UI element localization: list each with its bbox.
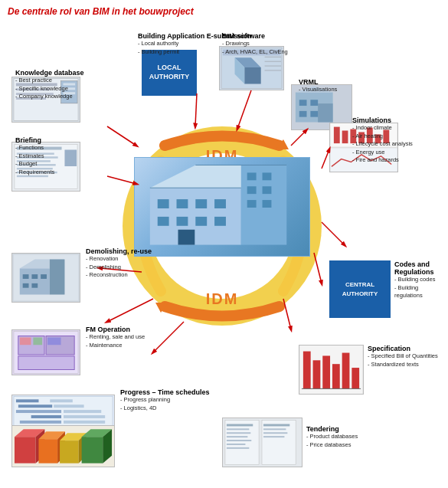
svg-rect-127 <box>263 428 286 430</box>
svg-rect-19 <box>263 186 272 194</box>
svg-rect-88 <box>33 337 42 345</box>
svg-rect-38 <box>299 100 307 106</box>
simulations-items: Indoor climate Air heating Lifecycle cos… <box>352 124 413 165</box>
svg-rect-132 <box>313 360 321 388</box>
svg-rect-123 <box>227 444 246 445</box>
svg-rect-136 <box>352 368 359 388</box>
svg-rect-95 <box>31 415 61 418</box>
svg-rect-99 <box>64 410 101 413</box>
ten-item-1: Product databases <box>306 433 358 441</box>
bim-software-items: Drawings Arch, HVAC, EL, CivEng <box>222 40 288 56</box>
know-item-1: Best practice <box>15 77 84 85</box>
svg-rect-133 <box>322 355 330 388</box>
svg-rect-18 <box>247 186 257 194</box>
dem-item-3: Reconstruction <box>86 271 152 280</box>
codes-item-1: Building codes <box>394 276 448 284</box>
vrml-items: Visualisations <box>299 86 337 94</box>
brief-item-2: Estimates <box>15 152 54 161</box>
svg-rect-71 <box>64 150 77 167</box>
briefing-node: Briefing Functions Estimates Budget Requ… <box>15 136 54 176</box>
local-authority-box: LOCALAUTHORITY <box>142 50 197 96</box>
specification-items: Specified Bill of Quantities Standardize… <box>368 352 438 368</box>
svg-rect-96 <box>20 421 61 424</box>
progress-title: Progress – Time schedules <box>120 388 209 396</box>
specification-node: Specification Specified Bill of Quantiti… <box>368 345 438 368</box>
tendering-image <box>222 418 302 467</box>
svg-rect-41 <box>310 111 318 117</box>
svg-rect-104 <box>15 437 36 463</box>
svg-rect-87 <box>20 337 31 345</box>
bim-software-node: BIM software Drawings Arch, HVAC, EL, Ci… <box>222 32 288 56</box>
svg-rect-81 <box>31 283 38 288</box>
simulations-title: Simulations <box>352 116 413 124</box>
svg-rect-11 <box>158 217 169 226</box>
svg-rect-76 <box>50 260 65 295</box>
svg-rect-4 <box>150 188 241 244</box>
vrml-title: VRML <box>299 78 337 86</box>
svg-rect-124 <box>227 447 249 449</box>
knowledge-title: Knowledge database <box>15 69 84 77</box>
svg-rect-9 <box>195 199 207 208</box>
fm-title: FM Operation <box>86 326 145 333</box>
svg-rect-14 <box>214 217 226 226</box>
demolishing-title: Demolishing, re-use <box>86 247 152 255</box>
svg-rect-101 <box>64 421 105 424</box>
svg-rect-7 <box>158 199 169 208</box>
svg-rect-134 <box>332 364 340 388</box>
svg-rect-79 <box>41 274 47 279</box>
idm-bottom-label: IDM <box>206 290 239 308</box>
svg-rect-10 <box>214 199 226 208</box>
building-3d-image <box>134 157 310 257</box>
svg-rect-107 <box>38 439 57 463</box>
fm-operation-image <box>11 329 80 375</box>
models-svg <box>12 425 114 467</box>
svg-rect-129 <box>263 436 284 437</box>
svg-rect-98 <box>54 404 83 408</box>
svg-rect-8 <box>177 199 188 208</box>
svg-rect-117 <box>225 421 259 465</box>
central-authority-box: CENTRALAUTHORITY <box>329 260 391 318</box>
svg-rect-40 <box>299 111 307 117</box>
svg-rect-125 <box>262 421 296 465</box>
spec-svg <box>299 345 363 395</box>
svg-rect-39 <box>310 100 318 106</box>
svg-rect-13 <box>195 217 207 226</box>
svg-rect-80 <box>23 283 29 288</box>
briefing-title: Briefing <box>15 136 54 144</box>
3d-models-image <box>11 425 115 467</box>
fm-operation-node: FM Operation Renting, sale and use Maint… <box>86 326 145 349</box>
svg-rect-120 <box>227 432 250 434</box>
sim-item-1: Indoor climate <box>352 124 413 133</box>
sim-item-5: Fire and hazards <box>352 156 413 165</box>
fm-svg <box>12 329 80 375</box>
codes-regulations-node: Codes and Regulations Building codes Bui… <box>394 260 448 300</box>
demolish-svg <box>12 253 80 303</box>
knowledge-items: Best practice Specific knowledge Company… <box>15 77 84 101</box>
demolishing-image <box>11 253 80 303</box>
svg-rect-119 <box>227 428 249 430</box>
spec-item-2: Standardized texts <box>368 361 438 369</box>
central-authority-label: CENTRALAUTHORITY <box>342 280 378 297</box>
codes-items: Building codes Building regulations <box>394 276 448 300</box>
codes-title: Codes and Regulations <box>394 260 448 276</box>
svg-rect-118 <box>227 424 253 426</box>
know-item-3: Company knowledge <box>15 93 84 101</box>
svg-rect-86 <box>18 356 74 370</box>
svg-rect-20 <box>247 200 257 208</box>
bim-item-2: Arch, HVAC, EL, CivEng <box>222 48 288 57</box>
svg-rect-17 <box>263 172 272 180</box>
svg-rect-128 <box>263 432 287 434</box>
svg-rect-93 <box>18 404 52 408</box>
briefing-items: Functions Estimates Budget Requirements <box>15 144 54 176</box>
svg-line-140 <box>195 93 197 126</box>
simulations-node: Simulations Indoor climate Air heating L… <box>352 116 413 165</box>
progress-node: Progress – Time schedules Progress plann… <box>120 388 209 412</box>
bim-item-1: Drawings <box>222 40 288 48</box>
svg-rect-43 <box>334 127 340 144</box>
fm-item-2: Maintenance <box>86 342 145 350</box>
fm-items: Renting, sale and use Maintenance <box>86 333 145 349</box>
know-item-2: Specific knowledge <box>15 85 84 93</box>
svg-marker-28 <box>244 67 260 84</box>
brief-item-3: Budget <box>15 160 54 169</box>
brief-item-1: Functions <box>15 144 54 152</box>
